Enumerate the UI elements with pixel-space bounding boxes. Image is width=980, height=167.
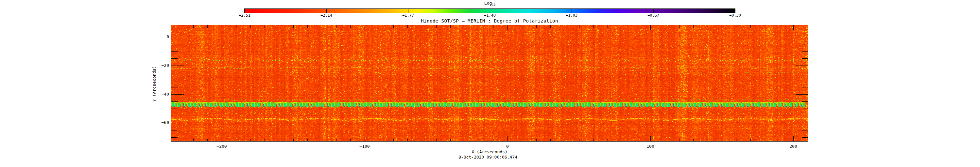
colorbar-tick	[571, 9, 572, 13]
plot-title: Hinode SOT/SP — MERLIN : Degree of Polar…	[391, 18, 588, 24]
colorbar-tick-label: −2.51	[232, 13, 258, 17]
colorbar-tick-label: −2.14	[313, 13, 339, 17]
colorbar-tick	[408, 9, 409, 13]
x-tick-label: 100	[636, 144, 665, 149]
x-tick-label: −100	[350, 144, 379, 149]
colorbar-title: Log10	[464, 1, 516, 6]
colorbar-tick	[653, 9, 654, 13]
x-tick-label: 0	[493, 144, 522, 149]
figure-canvas: Log10 −2.51−2.14−1.77−1.40−1.03−0.67−0.3…	[0, 0, 980, 167]
colorbar-tick-label: −1.40	[477, 13, 503, 17]
colorbar-tick-label: −1.03	[558, 13, 585, 17]
observation-timestamp: 8-Oct-2020 09:00:06.474	[439, 154, 537, 159]
colorbar-tick	[326, 9, 327, 13]
colorbar-tick-label: −1.77	[395, 13, 421, 17]
colorbar-title-subscript: 10	[492, 3, 495, 6]
x-tick-label: −200	[207, 144, 236, 149]
y-tick-label: −60	[150, 120, 169, 125]
colorbar-tick-label: −0.67	[640, 13, 667, 17]
polarization-heatmap	[171, 25, 808, 141]
colorbar-tick-label: −0.30	[722, 13, 748, 17]
y-axis-title: Y (Arcseconds)	[152, 51, 157, 117]
y-tick-label: 0	[150, 34, 169, 39]
colorbar-title-text: Log	[484, 1, 492, 6]
x-tick-label: 200	[779, 144, 808, 149]
x-axis-title: X (Arcseconds)	[457, 150, 522, 154]
